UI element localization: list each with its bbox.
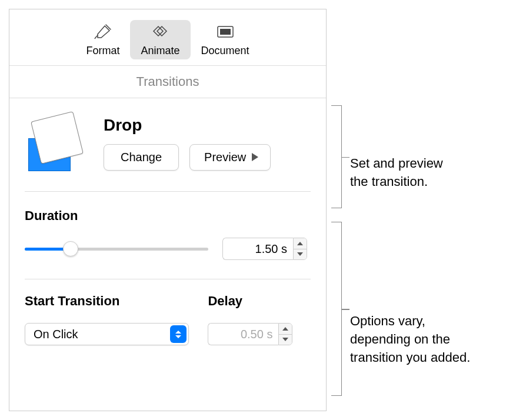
- slider-thumb[interactable]: [63, 241, 78, 256]
- chevron-down-icon: [282, 338, 288, 341]
- duration-section: Duration: [9, 192, 326, 279]
- drop-transition-icon: [25, 114, 89, 172]
- delay-input[interactable]: [208, 323, 278, 345]
- section-header-transitions: Transitions: [9, 66, 326, 98]
- delay-label: Delay: [208, 294, 311, 309]
- change-button[interactable]: Change: [104, 144, 179, 171]
- inspector-panel: Format Animate Document Transitions: [9, 9, 327, 411]
- tab-format-label: Format: [86, 45, 119, 57]
- change-button-label: Change: [121, 151, 162, 164]
- start-delay-section: Start Transition On Click Delay: [9, 279, 326, 364]
- start-transition-value: On Click: [34, 328, 78, 341]
- transition-header-row: Drop Change Preview: [9, 98, 326, 191]
- callout-2-line-1: Options vary,: [350, 312, 470, 331]
- callout-2-line-3: transition you added.: [350, 349, 470, 367]
- updown-arrows-icon: [170, 325, 187, 343]
- callout-2: Options vary, depending on the transitio…: [350, 312, 470, 366]
- chevron-down-icon: [297, 252, 303, 256]
- preview-button[interactable]: Preview: [189, 144, 271, 171]
- callout-bracket-2: [331, 222, 342, 396]
- document-icon: [214, 22, 237, 42]
- diamond-icon: [149, 22, 171, 42]
- duration-label: Duration: [25, 208, 311, 224]
- play-icon: [252, 153, 258, 161]
- start-transition-label: Start Transition: [25, 294, 189, 309]
- duration-stepper-up[interactable]: [294, 238, 307, 249]
- transition-controls: Drop Change Preview: [104, 116, 311, 171]
- inspector-tabs: Format Animate Document: [9, 9, 326, 66]
- callout-1-line-2: the transition.: [350, 173, 443, 191]
- duration-slider[interactable]: [25, 242, 208, 256]
- preview-button-label: Preview: [204, 151, 246, 164]
- tab-animate[interactable]: Animate: [130, 20, 190, 59]
- transition-name: Drop: [104, 116, 311, 135]
- tab-animate-label: Animate: [141, 45, 179, 57]
- delay-stepper: [278, 323, 292, 345]
- delay-stepper-up[interactable]: [279, 324, 292, 335]
- duration-input[interactable]: [222, 238, 293, 260]
- tab-document-label: Document: [201, 45, 249, 57]
- chevron-up-icon: [282, 327, 288, 331]
- callout-1: Set and preview the transition.: [350, 155, 443, 191]
- paintbrush-icon: [92, 22, 114, 42]
- duration-stepper: [293, 238, 307, 260]
- tab-document[interactable]: Document: [191, 20, 260, 59]
- callout-2-line-2: depending on the: [350, 331, 470, 349]
- callout-1-line-1: Set and preview: [350, 155, 443, 173]
- callouts-area: Set and preview the transition. Options …: [327, 9, 517, 411]
- delay-stepper-down[interactable]: [279, 335, 292, 345]
- callout-bracket-1: [331, 105, 342, 208]
- start-transition-select[interactable]: On Click: [25, 323, 189, 345]
- svg-rect-1: [220, 29, 231, 35]
- chevron-up-icon: [297, 242, 303, 245]
- tab-format[interactable]: Format: [75, 20, 130, 59]
- duration-stepper-down[interactable]: [294, 249, 307, 260]
